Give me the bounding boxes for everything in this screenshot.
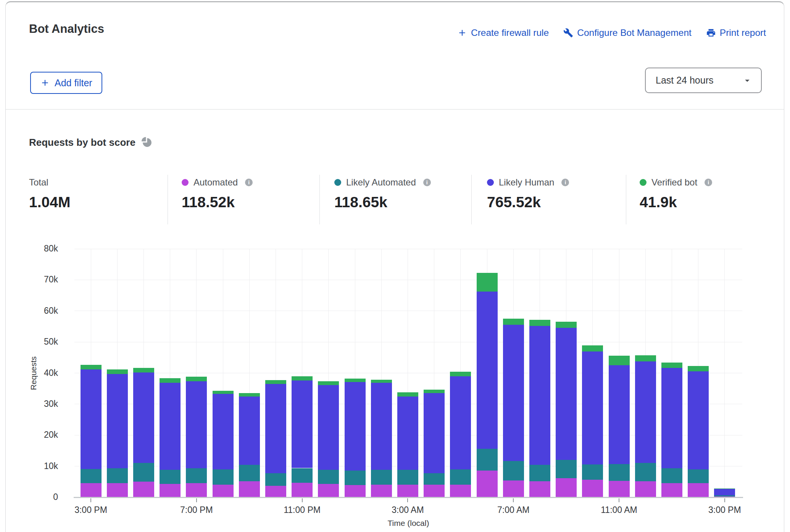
bar-segment-likely-automated[interactable] <box>160 470 181 484</box>
bar-segment-likely-automated[interactable] <box>635 463 656 481</box>
bar-segment-automated[interactable] <box>397 485 418 497</box>
bar-segment-likely-automated[interactable] <box>529 465 550 481</box>
bar-segment-verified-bot[interactable] <box>477 273 498 292</box>
bar-segment-likely-automated[interactable] <box>582 464 603 480</box>
bar-segment-likely-human[interactable] <box>265 384 286 473</box>
bar-segment-likely-automated[interactable] <box>450 469 471 485</box>
bar-segment-automated[interactable] <box>345 485 366 497</box>
bar-segment-likely-human[interactable] <box>582 351 603 464</box>
bar-segment-verified-bot[interactable] <box>186 377 207 381</box>
bar-segment-likely-human[interactable] <box>529 326 550 465</box>
bar-segment-automated[interactable] <box>635 481 656 497</box>
bar-segment-likely-human[interactable] <box>133 372 154 463</box>
bar-segment-automated[interactable] <box>688 483 709 497</box>
bar-segment-likely-automated[interactable] <box>397 470 418 485</box>
bar-segment-verified-bot[interactable] <box>450 372 471 376</box>
bar-segment-likely-automated[interactable] <box>556 460 577 478</box>
bar-segment-likely-human[interactable] <box>477 292 498 449</box>
bar-segment-likely-automated[interactable] <box>688 469 709 484</box>
bar-segment-automated[interactable] <box>81 483 102 497</box>
bar-segment-automated[interactable] <box>107 483 128 497</box>
bar-segment-likely-human[interactable] <box>688 371 709 469</box>
bar-segment-likely-human[interactable] <box>635 361 656 463</box>
bar-segment-likely-automated[interactable] <box>265 473 286 486</box>
bar-segment-verified-bot[interactable] <box>239 393 260 396</box>
bar-segment-verified-bot[interactable] <box>345 379 366 382</box>
bar-segment-likely-automated[interactable] <box>345 471 366 485</box>
bar-segment-verified-bot[interactable] <box>81 365 102 369</box>
bar-segment-automated[interactable] <box>450 485 471 497</box>
bar-segment-verified-bot[interactable] <box>503 319 524 324</box>
bar-segment-verified-bot[interactable] <box>556 322 577 327</box>
bar-segment-verified-bot[interactable] <box>529 320 550 326</box>
y-tick-label: 30k <box>16 399 58 409</box>
bar-segment-verified-bot[interactable] <box>371 380 392 383</box>
bar-segment-verified-bot[interactable] <box>213 391 234 394</box>
bar-segment-likely-human[interactable] <box>714 489 735 495</box>
bar-segment-automated[interactable] <box>424 485 445 497</box>
bar-segment-automated[interactable] <box>292 483 313 497</box>
bar-segment-likely-automated[interactable] <box>213 469 234 485</box>
bar-segment-likely-human[interactable] <box>81 369 102 469</box>
bar-segment-likely-automated[interactable] <box>477 449 498 471</box>
bar-segment-verified-bot[interactable] <box>107 369 128 374</box>
bar-segment-likely-human[interactable] <box>424 393 445 473</box>
bar-segment-likely-human[interactable] <box>345 382 366 471</box>
bar-segment-automated[interactable] <box>371 485 392 497</box>
bar-segment-verified-bot[interactable] <box>635 355 656 361</box>
bar-segment-automated[interactable] <box>213 485 234 497</box>
bar-segment-verified-bot[interactable] <box>397 392 418 397</box>
bar-segment-likely-automated[interactable] <box>371 470 392 485</box>
bar-segment-likely-human[interactable] <box>397 397 418 469</box>
bar-segment-likely-automated[interactable] <box>609 464 630 481</box>
bar-segment-likely-human[interactable] <box>292 380 313 468</box>
bar-segment-automated[interactable] <box>477 471 498 497</box>
bar-segment-automated[interactable] <box>503 480 524 497</box>
bar-segment-likely-automated[interactable] <box>133 463 154 482</box>
bar-segment-likely-automated[interactable] <box>661 468 682 483</box>
bar-segment-verified-bot[interactable] <box>424 390 445 393</box>
bar-segment-automated[interactable] <box>609 481 630 497</box>
bar-segment-likely-human[interactable] <box>107 374 128 468</box>
bar-segment-likely-automated[interactable] <box>424 473 445 485</box>
bar-segment-automated[interactable] <box>133 482 154 497</box>
bar-segment-verified-bot[interactable] <box>133 368 154 372</box>
bar-segment-verified-bot[interactable] <box>160 378 181 383</box>
bar-segment-likely-automated[interactable] <box>81 469 102 483</box>
bar-segment-likely-automated[interactable] <box>714 495 735 496</box>
bar-segment-likely-automated[interactable] <box>186 468 207 483</box>
bar-segment-verified-bot[interactable] <box>292 376 313 380</box>
bar-segment-likely-automated[interactable] <box>239 465 260 481</box>
bar-segment-likely-automated[interactable] <box>318 470 339 484</box>
bar-segment-verified-bot[interactable] <box>265 380 286 384</box>
bar-segment-likely-human[interactable] <box>450 376 471 469</box>
bar-segment-likely-human[interactable] <box>318 385 339 469</box>
bar-segment-likely-automated[interactable] <box>292 468 313 483</box>
bar-segment-automated[interactable] <box>265 486 286 497</box>
bar-segment-automated[interactable] <box>318 484 339 497</box>
bar-segment-automated[interactable] <box>239 481 260 497</box>
bar-segment-likely-human[interactable] <box>239 397 260 465</box>
bar-segment-automated[interactable] <box>186 483 207 497</box>
bar-segment-verified-bot[interactable] <box>318 381 339 385</box>
bar-segment-likely-automated[interactable] <box>503 461 524 480</box>
bar-segment-likely-human[interactable] <box>186 381 207 468</box>
bar-segment-likely-human[interactable] <box>609 365 630 464</box>
bar-segment-verified-bot[interactable] <box>714 488 735 489</box>
bar-segment-automated[interactable] <box>556 478 577 497</box>
bar-segment-likely-human[interactable] <box>160 383 181 470</box>
bar-segment-verified-bot[interactable] <box>582 345 603 351</box>
bar-segment-likely-human[interactable] <box>503 325 524 461</box>
bar-segment-likely-human[interactable] <box>371 383 392 470</box>
bar-segment-verified-bot[interactable] <box>661 363 682 368</box>
bar-segment-likely-automated[interactable] <box>107 468 128 483</box>
bar-segment-automated[interactable] <box>529 481 550 497</box>
bar-segment-automated[interactable] <box>160 484 181 497</box>
bar-segment-verified-bot[interactable] <box>688 366 709 372</box>
bar-segment-likely-human[interactable] <box>213 394 234 469</box>
bar-segment-likely-human[interactable] <box>556 328 577 460</box>
bar-segment-verified-bot[interactable] <box>609 356 630 365</box>
bar-segment-automated[interactable] <box>661 483 682 497</box>
bar-segment-likely-human[interactable] <box>661 368 682 468</box>
bar-segment-automated[interactable] <box>582 480 603 497</box>
